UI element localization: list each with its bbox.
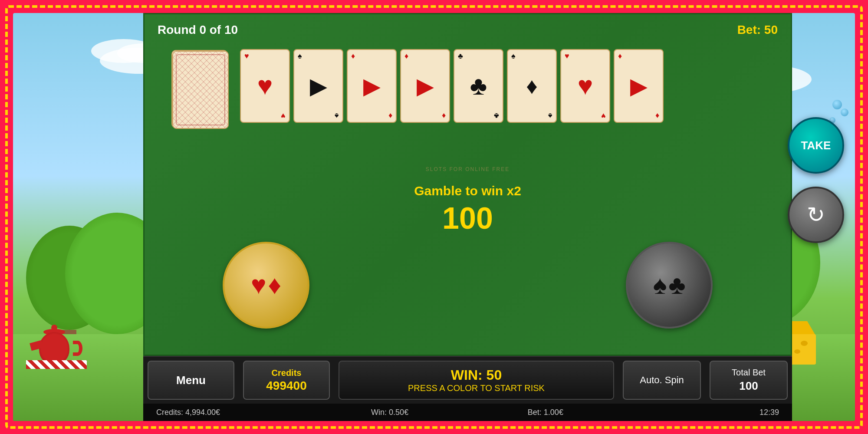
- bet-text: Bet: 50: [737, 23, 778, 36]
- card-6[interactable]: ♠ ♦ ♠: [507, 49, 557, 123]
- round-text: Round 0 of 10: [158, 23, 238, 36]
- round-info: Round 0 of 10: [158, 23, 238, 37]
- waterdrop-3: [841, 108, 848, 116]
- card-3-suit-bottom: ♦: [388, 112, 392, 120]
- black-symbols: ♠ ♣: [653, 272, 685, 298]
- outer-border: Round 0 of 10 Bet: 50: [0, 0, 868, 434]
- red-symbols: ♥ ♦: [251, 272, 281, 298]
- card-2-suit-bottom: ♠: [335, 112, 339, 120]
- refresh-button[interactable]: ↻: [788, 187, 844, 243]
- card-2-center: ▶: [310, 75, 327, 97]
- credits-value: 499400: [266, 379, 306, 393]
- watermark: SLOTS FOR ONLINE FREE: [426, 166, 510, 172]
- black-color-button[interactable]: ♠ ♣: [626, 242, 713, 329]
- game-felt: Round 0 of 10 Bet: 50: [143, 13, 792, 356]
- card-7-suit-bottom: ♥: [601, 112, 606, 120]
- waterdrop-1: [832, 100, 842, 109]
- card-4-suit-top: ♦: [404, 52, 408, 60]
- card-1-suit-top: ♥: [244, 52, 249, 60]
- tablecloth: [26, 360, 87, 369]
- card-5-suit-bottom: ♣: [494, 112, 499, 120]
- card-1-center: ♥: [257, 73, 273, 99]
- card-7[interactable]: ♥ ♥ ♥: [560, 49, 610, 123]
- autospin-button[interactable]: Auto. Spin: [623, 361, 701, 400]
- game-layout: Round 0 of 10 Bet: 50: [143, 13, 792, 421]
- card-6-suit-bottom: ♠: [548, 112, 552, 120]
- totalbet-button[interactable]: Total Bet 100: [710, 361, 788, 400]
- card-3-center: ▶: [363, 75, 381, 97]
- win-label: WIN: 50: [451, 367, 502, 383]
- bottom-bar: Menu Credits 499400 WIN: 50 PRESS A COLO…: [143, 356, 792, 404]
- club-icon: ♣: [668, 272, 685, 298]
- gamble-text: Gamble to win x2: [145, 184, 791, 198]
- cards-row: ♥ ♥ ♥ ♠ ▶ ♠ ♦ ▶ ♦ ♦: [240, 49, 778, 123]
- card-8-suit-bottom: ♦: [655, 112, 659, 120]
- status-win: Win: 0.50€: [312, 408, 468, 417]
- spade-icon: ♠: [653, 272, 667, 298]
- card-3-suit-top: ♦: [351, 52, 355, 60]
- status-bar: Credits: 4,994.00€ Win: 0.50€ Bet: 1.00€…: [143, 404, 792, 421]
- refresh-icon: ↻: [807, 202, 825, 227]
- card-6-center: ♦: [526, 75, 538, 97]
- take-label: TAKE: [801, 139, 831, 152]
- card-8-suit-top: ♦: [618, 52, 622, 60]
- status-bet: Bet: 1.00€: [468, 408, 624, 417]
- card-2[interactable]: ♠ ▶ ♠: [293, 49, 343, 123]
- take-button[interactable]: TAKE: [788, 117, 844, 174]
- win-amount: 100: [145, 201, 791, 236]
- right-buttons: TAKE ↻: [788, 117, 844, 243]
- card-3[interactable]: ♦ ▶ ♦: [347, 49, 397, 123]
- bet-info: Bet: 50: [737, 23, 778, 37]
- center-display: WIN: 50 PRESS A COLOR TO START RISK: [339, 361, 614, 400]
- menu-label: Menu: [176, 374, 206, 387]
- card-7-suit-top: ♥: [565, 52, 569, 60]
- card-6-suit-top: ♠: [511, 52, 516, 60]
- red-color-button[interactable]: ♥ ♦: [223, 242, 309, 329]
- card-4-center: ▶: [417, 75, 434, 97]
- card-8[interactable]: ♦ ▶ ♦: [614, 49, 664, 123]
- card-5-suit-top: ♣: [458, 52, 463, 60]
- card-1[interactable]: ♥ ♥ ♥: [240, 49, 290, 123]
- card-4-suit-bottom: ♦: [442, 112, 446, 120]
- status-time: 12:39: [623, 408, 779, 417]
- card-8-center: ▶: [630, 75, 648, 97]
- credits-display[interactable]: Credits 499400: [243, 361, 330, 400]
- card-2-suit-top: ♠: [298, 52, 302, 60]
- menu-button[interactable]: Menu: [148, 361, 234, 400]
- autospin-label: Auto. Spin: [640, 375, 684, 386]
- card-5-center: ♣: [470, 73, 487, 99]
- diamond-icon: ♦: [268, 272, 282, 298]
- deck-card-top: [172, 51, 229, 129]
- totalbet-value: 100: [739, 379, 758, 393]
- card-5[interactable]: ♣ ♣ ♣: [454, 49, 503, 123]
- card-7-center: ♥: [578, 73, 593, 99]
- heart-icon: ♥: [251, 272, 266, 298]
- status-credits: Credits: 4,994.00€: [156, 408, 312, 417]
- totalbet-label: Total Bet: [732, 368, 766, 378]
- card-1-suit-bottom: ♥: [281, 112, 286, 120]
- card-4[interactable]: ♦ ▶ ♦: [400, 49, 450, 123]
- teapot: [39, 321, 78, 365]
- press-label: PRESS A COLOR TO START RISK: [408, 383, 545, 393]
- credits-label: Credits: [272, 368, 302, 378]
